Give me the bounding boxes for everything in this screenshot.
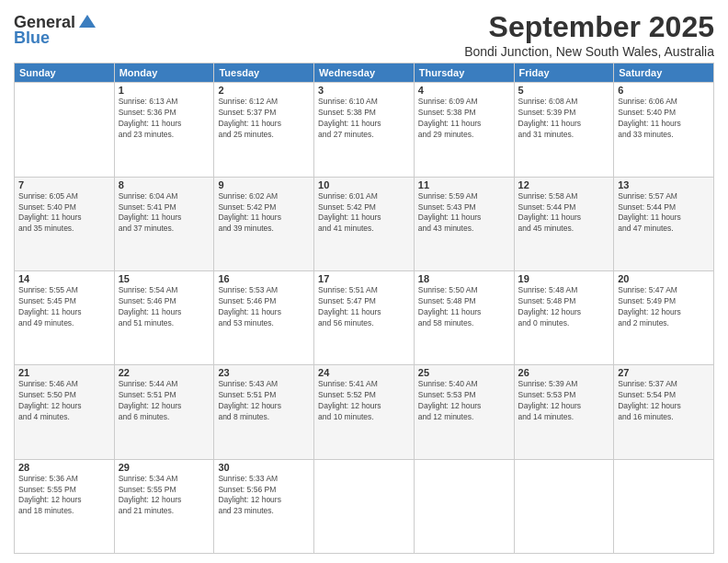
calendar-cell bbox=[514, 459, 614, 553]
calendar-week-2: 7Sunrise: 6:05 AM Sunset: 5:40 PM Daylig… bbox=[15, 177, 714, 270]
day-number: 20 bbox=[618, 273, 710, 284]
calendar-cell: 9Sunrise: 6:02 AM Sunset: 5:42 PM Daylig… bbox=[214, 177, 314, 270]
day-info: Sunrise: 5:58 AM Sunset: 5:44 PM Dayligh… bbox=[518, 191, 610, 236]
day-number: 2 bbox=[218, 85, 310, 96]
day-info: Sunrise: 5:54 AM Sunset: 5:46 PM Dayligh… bbox=[119, 285, 210, 329]
calendar-cell: 10Sunrise: 6:01 AM Sunset: 5:42 PM Dayli… bbox=[314, 177, 415, 270]
day-info: Sunrise: 5:55 AM Sunset: 5:45 PM Dayligh… bbox=[18, 285, 110, 329]
calendar-cell: 15Sunrise: 5:54 AM Sunset: 5:46 PM Dayli… bbox=[114, 271, 214, 365]
header-tuesday: Tuesday bbox=[214, 63, 314, 83]
day-number: 25 bbox=[418, 367, 510, 378]
day-info: Sunrise: 5:43 AM Sunset: 5:51 PM Dayligh… bbox=[218, 379, 310, 423]
header-sunday: Sunday bbox=[15, 63, 115, 83]
calendar-cell bbox=[614, 459, 714, 553]
day-number: 4 bbox=[418, 85, 510, 96]
calendar-cell: 26Sunrise: 5:39 AM Sunset: 5:53 PM Dayli… bbox=[514, 365, 614, 459]
day-info: Sunrise: 5:59 AM Sunset: 5:43 PM Dayligh… bbox=[418, 191, 510, 236]
day-number: 23 bbox=[218, 367, 310, 378]
calendar-week-5: 28Sunrise: 5:36 AM Sunset: 5:55 PM Dayli… bbox=[15, 459, 714, 553]
day-info: Sunrise: 5:40 AM Sunset: 5:53 PM Dayligh… bbox=[418, 379, 510, 423]
header-wednesday: Wednesday bbox=[314, 63, 415, 83]
calendar-cell: 28Sunrise: 5:36 AM Sunset: 5:55 PM Dayli… bbox=[15, 459, 115, 553]
day-info: Sunrise: 6:08 AM Sunset: 5:39 PM Dayligh… bbox=[518, 97, 610, 141]
calendar-cell: 3Sunrise: 6:10 AM Sunset: 5:38 PM Daylig… bbox=[314, 83, 415, 177]
day-info: Sunrise: 5:36 AM Sunset: 5:55 PM Dayligh… bbox=[18, 474, 110, 518]
calendar-cell: 21Sunrise: 5:46 AM Sunset: 5:50 PM Dayli… bbox=[15, 365, 115, 459]
logo-icon bbox=[77, 13, 97, 31]
day-info: Sunrise: 5:41 AM Sunset: 5:52 PM Dayligh… bbox=[318, 379, 410, 423]
day-number: 14 bbox=[18, 273, 110, 284]
day-number: 17 bbox=[318, 273, 410, 284]
day-number: 11 bbox=[418, 179, 510, 190]
calendar-cell: 11Sunrise: 5:59 AM Sunset: 5:43 PM Dayli… bbox=[414, 177, 514, 270]
day-number: 6 bbox=[618, 85, 710, 96]
day-number: 5 bbox=[518, 85, 610, 96]
calendar-week-3: 14Sunrise: 5:55 AM Sunset: 5:45 PM Dayli… bbox=[15, 271, 714, 365]
day-number: 30 bbox=[218, 462, 310, 473]
calendar-cell: 7Sunrise: 6:05 AM Sunset: 5:40 PM Daylig… bbox=[15, 177, 115, 270]
day-number: 26 bbox=[518, 367, 610, 378]
calendar-cell: 14Sunrise: 5:55 AM Sunset: 5:45 PM Dayli… bbox=[15, 271, 115, 365]
day-number: 1 bbox=[119, 85, 210, 96]
day-info: Sunrise: 6:02 AM Sunset: 5:42 PM Dayligh… bbox=[218, 191, 310, 236]
calendar-cell: 17Sunrise: 5:51 AM Sunset: 5:47 PM Dayli… bbox=[314, 271, 415, 365]
day-number: 12 bbox=[518, 179, 610, 190]
day-info: Sunrise: 5:47 AM Sunset: 5:49 PM Dayligh… bbox=[618, 285, 710, 329]
day-number: 22 bbox=[119, 367, 210, 378]
calendar-cell: 20Sunrise: 5:47 AM Sunset: 5:49 PM Dayli… bbox=[614, 271, 714, 365]
day-info: Sunrise: 5:34 AM Sunset: 5:55 PM Dayligh… bbox=[119, 474, 210, 518]
header-saturday: Saturday bbox=[614, 63, 714, 83]
page-header: General Blue September 2025 Bondi Juncti… bbox=[14, 9, 714, 59]
day-info: Sunrise: 5:53 AM Sunset: 5:46 PM Dayligh… bbox=[218, 285, 310, 329]
calendar-cell: 5Sunrise: 6:08 AM Sunset: 5:39 PM Daylig… bbox=[514, 83, 614, 177]
day-info: Sunrise: 5:37 AM Sunset: 5:54 PM Dayligh… bbox=[618, 379, 710, 423]
calendar-header-row: Sunday Monday Tuesday Wednesday Thursday… bbox=[15, 63, 714, 83]
day-number: 19 bbox=[518, 273, 610, 284]
day-info: Sunrise: 6:09 AM Sunset: 5:38 PM Dayligh… bbox=[418, 97, 510, 141]
calendar-cell: 8Sunrise: 6:04 AM Sunset: 5:41 PM Daylig… bbox=[114, 177, 214, 270]
day-number: 13 bbox=[618, 179, 710, 190]
day-info: Sunrise: 6:05 AM Sunset: 5:40 PM Dayligh… bbox=[18, 191, 110, 236]
day-info: Sunrise: 5:33 AM Sunset: 5:56 PM Dayligh… bbox=[218, 474, 310, 518]
location-title: Bondi Junction, New South Wales, Austral… bbox=[464, 44, 714, 59]
calendar-cell: 6Sunrise: 6:06 AM Sunset: 5:40 PM Daylig… bbox=[614, 83, 714, 177]
day-info: Sunrise: 5:57 AM Sunset: 5:44 PM Dayligh… bbox=[618, 191, 710, 236]
day-info: Sunrise: 5:51 AM Sunset: 5:47 PM Dayligh… bbox=[318, 285, 410, 329]
day-number: 10 bbox=[318, 179, 410, 190]
title-section: September 2025 Bondi Junction, New South… bbox=[464, 9, 714, 59]
day-info: Sunrise: 6:04 AM Sunset: 5:41 PM Dayligh… bbox=[119, 191, 210, 236]
calendar-cell: 2Sunrise: 6:12 AM Sunset: 5:37 PM Daylig… bbox=[214, 83, 314, 177]
day-info: Sunrise: 5:39 AM Sunset: 5:53 PM Dayligh… bbox=[518, 379, 610, 423]
day-info: Sunrise: 5:46 AM Sunset: 5:50 PM Dayligh… bbox=[18, 379, 110, 423]
calendar-cell: 19Sunrise: 5:48 AM Sunset: 5:48 PM Dayli… bbox=[514, 271, 614, 365]
calendar-cell: 13Sunrise: 5:57 AM Sunset: 5:44 PM Dayli… bbox=[614, 177, 714, 270]
day-number: 15 bbox=[119, 273, 210, 284]
day-number: 9 bbox=[218, 179, 310, 190]
day-info: Sunrise: 6:12 AM Sunset: 5:37 PM Dayligh… bbox=[218, 97, 310, 141]
day-number: 28 bbox=[18, 462, 110, 473]
day-info: Sunrise: 6:13 AM Sunset: 5:36 PM Dayligh… bbox=[119, 97, 210, 141]
calendar-week-4: 21Sunrise: 5:46 AM Sunset: 5:50 PM Dayli… bbox=[15, 365, 714, 459]
day-number: 18 bbox=[418, 273, 510, 284]
day-number: 29 bbox=[119, 462, 210, 473]
calendar-cell: 18Sunrise: 5:50 AM Sunset: 5:48 PM Dayli… bbox=[414, 271, 514, 365]
calendar-cell bbox=[15, 83, 115, 177]
calendar-cell: 29Sunrise: 5:34 AM Sunset: 5:55 PM Dayli… bbox=[114, 459, 214, 553]
calendar-cell bbox=[314, 459, 415, 553]
day-number: 7 bbox=[18, 179, 110, 190]
calendar-cell: 12Sunrise: 5:58 AM Sunset: 5:44 PM Dayli… bbox=[514, 177, 614, 270]
logo: General Blue bbox=[14, 13, 97, 48]
calendar-cell: 30Sunrise: 5:33 AM Sunset: 5:56 PM Dayli… bbox=[214, 459, 314, 553]
svg-marker-0 bbox=[79, 15, 96, 28]
calendar-cell: 24Sunrise: 5:41 AM Sunset: 5:52 PM Dayli… bbox=[314, 365, 415, 459]
day-number: 24 bbox=[318, 367, 410, 378]
day-number: 3 bbox=[318, 85, 410, 96]
day-info: Sunrise: 5:50 AM Sunset: 5:48 PM Dayligh… bbox=[418, 285, 510, 329]
logo-blue: Blue bbox=[14, 29, 50, 48]
calendar-cell: 23Sunrise: 5:43 AM Sunset: 5:51 PM Dayli… bbox=[214, 365, 314, 459]
day-number: 21 bbox=[18, 367, 110, 378]
day-info: Sunrise: 6:06 AM Sunset: 5:40 PM Dayligh… bbox=[618, 97, 710, 141]
calendar-cell: 1Sunrise: 6:13 AM Sunset: 5:36 PM Daylig… bbox=[114, 83, 214, 177]
calendar-week-1: 1Sunrise: 6:13 AM Sunset: 5:36 PM Daylig… bbox=[15, 83, 714, 177]
header-thursday: Thursday bbox=[414, 63, 514, 83]
